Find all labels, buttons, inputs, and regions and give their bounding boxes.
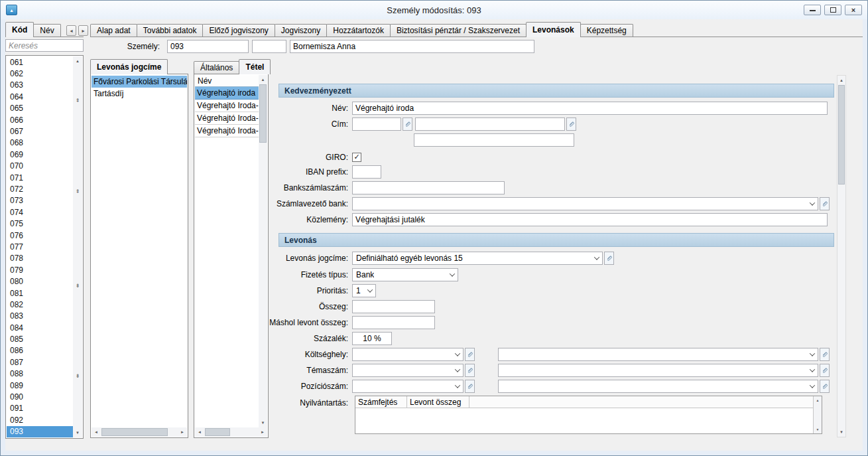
scroll-down-button[interactable]: ▼ <box>73 428 82 437</box>
pozicioszam-select[interactable] <box>352 380 464 393</box>
code-list-item[interactable]: 078 <box>7 253 73 264</box>
code-list-item[interactable]: 074 <box>7 206 73 218</box>
code-list-item[interactable]: 082 <box>7 299 73 310</box>
hscroll-thumb[interactable] <box>205 428 230 436</box>
scroll-mark-icon[interactable]: ⇞ <box>73 98 82 104</box>
tetel-tab[interactable]: Tétel <box>239 59 271 74</box>
scroll-mark-icon[interactable]: ⇟ <box>73 283 82 289</box>
cim-zip-input[interactable] <box>352 117 401 131</box>
code-list-item[interactable]: 092 <box>7 414 73 425</box>
main-tab[interactable]: További adatok <box>137 24 204 37</box>
code-list-item[interactable]: 080 <box>7 275 73 287</box>
temaszam2-attach-button[interactable] <box>820 364 830 377</box>
code-list-item[interactable]: 066 <box>7 114 73 125</box>
code-list-item[interactable]: 091 <box>7 403 73 414</box>
code-list-item[interactable]: 061 <box>7 56 73 68</box>
code-list-item[interactable]: 068 <box>7 137 73 149</box>
code-list-item[interactable]: 065 <box>7 103 73 114</box>
scroll-left-button[interactable]: ◄ <box>92 427 101 437</box>
temaszam-select[interactable] <box>352 364 464 377</box>
tetel-tab[interactable]: Általános <box>194 61 239 74</box>
code-list-item[interactable]: 090 <box>7 391 73 402</box>
osszeg-input[interactable] <box>352 300 435 313</box>
main-tab[interactable]: Levonások <box>526 22 581 37</box>
search-input[interactable] <box>5 39 84 52</box>
jogcim-tab[interactable]: Levonás jogcíme <box>90 59 168 74</box>
koltseghely2-attach-button[interactable] <box>820 348 830 361</box>
main-tab[interactable]: Előző jogviszony <box>202 24 275 37</box>
code-list-item[interactable]: 089 <box>7 380 73 391</box>
temaszam2-select[interactable] <box>498 364 818 377</box>
szamlavezeto-attach-button[interactable] <box>820 197 830 210</box>
scroll-mark-icon[interactable]: ⇟ <box>73 374 82 379</box>
koltseghely-select[interactable] <box>352 348 464 361</box>
code-list-scrollbar[interactable]: ▲ ⇞⇞⇟⇟ ▼ <box>73 56 82 437</box>
scroll-right-button[interactable]: ► <box>258 427 267 437</box>
close-button[interactable]: × <box>845 5 862 15</box>
code-list-item[interactable]: 077 <box>7 241 73 252</box>
jogcim-list-item[interactable]: Tartásdíj <box>92 88 187 100</box>
detail-vscrollbar[interactable]: ▲ ▼ <box>837 75 846 437</box>
code-list-item[interactable]: 075 <box>7 218 73 229</box>
jogcim-select[interactable]: Definiálható egyéb levonás 15 <box>352 252 603 265</box>
szazalek-input[interactable] <box>352 332 392 345</box>
main-tab[interactable]: Képzettség <box>580 24 633 37</box>
minimize-button[interactable] <box>804 5 821 15</box>
jogcim-hscrollbar[interactable]: ◄ ► <box>92 427 187 437</box>
szamlavezeto-select[interactable] <box>352 197 818 210</box>
code-list-item[interactable]: 071 <box>7 172 73 183</box>
scroll-up-button[interactable]: ▲ <box>837 76 845 85</box>
scroll-down-button[interactable]: ▼ <box>259 418 267 427</box>
fizetes-select[interactable]: Bank <box>352 268 458 281</box>
giro-checkbox[interactable]: ✓ <box>352 153 361 162</box>
code-list-item[interactable]: 093 <box>7 426 73 437</box>
koltseghely-attach-button[interactable] <box>465 348 475 361</box>
code-list-item[interactable]: 086 <box>7 345 73 356</box>
code-list-item[interactable]: 063 <box>7 80 73 91</box>
maximize-button[interactable] <box>824 5 841 15</box>
titlebar[interactable]: ▲ Személy módosítás: 093 × <box>1 1 867 19</box>
code-list-item[interactable]: 062 <box>7 68 73 79</box>
code-list-item[interactable]: 085 <box>7 333 73 344</box>
sidebar-tab[interactable]: Név <box>33 24 60 37</box>
code-list-item[interactable]: 087 <box>7 356 73 368</box>
code-list-item[interactable]: 088 <box>7 368 73 380</box>
pozicioszam-attach-button[interactable] <box>465 380 475 393</box>
scroll-left-button[interactable]: ◄ <box>195 427 204 437</box>
person-extra-input[interactable] <box>252 40 286 53</box>
scroll-mark-icon[interactable]: ⇞ <box>73 189 82 194</box>
scroll-right-button[interactable]: ► <box>178 427 187 437</box>
nev-input[interactable] <box>352 102 828 115</box>
code-list-item[interactable]: 079 <box>7 264 73 275</box>
scroll-down-button[interactable]: ▼ <box>837 427 845 437</box>
main-tab[interactable]: Biztosítási pénztár / Szakszervezet <box>390 24 527 37</box>
tetel-vscrollbar[interactable]: ▲ ▼ <box>259 75 267 427</box>
column-header-levont-osszeg[interactable]: Levont összeg <box>407 396 469 408</box>
pozicioszam2-select[interactable] <box>498 380 818 393</box>
tab-scroll-left-button[interactable]: ◂ <box>66 25 76 36</box>
jogcim-attach-button[interactable] <box>604 252 614 265</box>
iban-prefix-input[interactable] <box>352 165 381 179</box>
person-code-input[interactable] <box>167 40 249 53</box>
cim-zip-attach-button[interactable] <box>403 117 412 131</box>
mashol-input[interactable] <box>352 316 435 329</box>
main-tab[interactable]: Alap adat <box>90 24 137 37</box>
code-list-item[interactable]: 083 <box>7 311 73 322</box>
scroll-up-button[interactable]: ▲ <box>814 396 822 404</box>
sidebar-tab[interactable]: Kód <box>5 22 34 37</box>
prioritas-select[interactable]: 1 <box>352 284 376 297</box>
vscroll-thumb[interactable] <box>259 84 267 143</box>
code-list-item[interactable]: 070 <box>7 161 73 172</box>
pozicioszam2-attach-button[interactable] <box>820 380 830 393</box>
tab-scroll-right-button[interactable]: ▸ <box>78 25 88 36</box>
code-list-item[interactable]: 084 <box>7 322 73 333</box>
person-name-input[interactable] <box>290 40 534 53</box>
code-list-item[interactable]: 072 <box>7 183 73 194</box>
code-list-item[interactable]: 073 <box>7 195 73 206</box>
code-list-item[interactable]: 076 <box>7 230 73 241</box>
code-list-item[interactable]: 069 <box>7 149 73 160</box>
cim-city-input[interactable] <box>415 117 565 131</box>
column-header-nev[interactable]: Név <box>195 75 259 87</box>
scroll-down-button[interactable]: ▼ <box>814 425 822 433</box>
cim-street-input[interactable] <box>414 133 574 147</box>
